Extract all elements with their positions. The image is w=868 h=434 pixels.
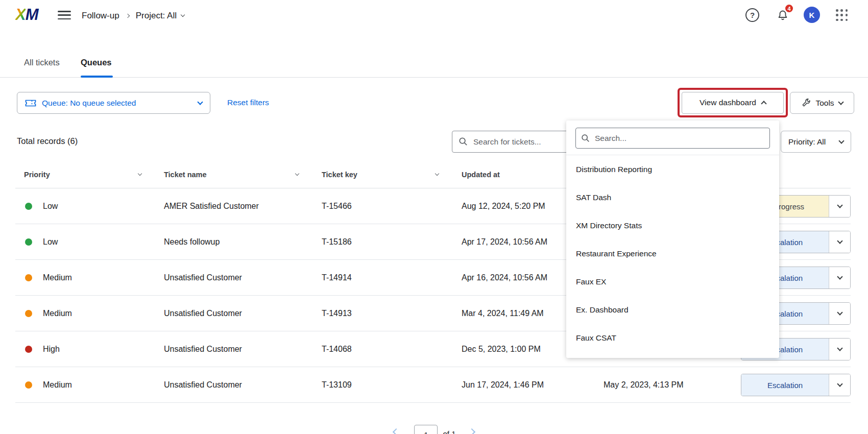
cell-ticket-name: Unsatisfied Customer (164, 331, 242, 367)
cell-updated-at: Dec 5, 2023, 1:00 PM (462, 331, 541, 367)
chevron-down-icon (838, 99, 843, 105)
active-tab-underline (81, 76, 113, 78)
app-switcher-icon[interactable] (836, 9, 848, 21)
cell-ticket-key: T-15186 (322, 224, 352, 260)
breadcrumb-section: Follow-up (82, 11, 119, 21)
chevron-down-icon[interactable] (829, 303, 850, 324)
cell-ticket-key: T-13109 (322, 367, 352, 403)
table-row[interactable]: Medium Unsatisfied Customer T-13109 Jun … (15, 367, 851, 403)
tab-queues[interactable]: Queues (81, 58, 112, 67)
dashboard-search-input[interactable] (595, 134, 764, 143)
cell-ticket-name: Unsatisfied Customer (164, 367, 242, 403)
total-records-label: Total records (6) (17, 136, 78, 146)
priority-dot (25, 381, 32, 389)
cell-ticket-name: Unsatisfied Customer (164, 260, 242, 296)
cell-priority: Medium (43, 367, 72, 403)
chevron-down-icon (197, 99, 203, 105)
cell-ticket-key: T-14068 (322, 331, 352, 367)
column-header-ticket-name[interactable]: Ticket name (164, 171, 299, 179)
page-count-label: of 1 (443, 429, 455, 434)
project-selector[interactable]: Project: All (136, 11, 184, 21)
cell-ticket-name: Unsatisfied Customer (164, 296, 242, 331)
wrench-icon (801, 98, 811, 108)
breadcrumb: Follow-up Project: All (82, 0, 184, 31)
sort-chevron-icon (138, 172, 142, 176)
priority-dot (25, 310, 32, 317)
chevron-right-icon (125, 13, 129, 17)
top-bar: XM Follow-up Project: All ? 4 K (0, 0, 868, 31)
menu-item-dashboard[interactable]: SAT Dash (566, 183, 779, 211)
tools-button[interactable]: Tools (790, 92, 854, 114)
notification-count-badge: 4 (784, 4, 794, 13)
reset-filters-link[interactable]: Reset filters (227, 98, 269, 107)
queue-selector-label: Queue: No queue selected (42, 99, 192, 108)
chevron-down-icon (838, 138, 844, 143)
priority-dot (25, 238, 32, 246)
chevron-down-icon (181, 12, 185, 16)
hamburger-menu-icon[interactable] (58, 11, 71, 22)
menu-item-dashboard[interactable]: Distribution Reporting (566, 155, 779, 183)
cell-priority: Low (43, 224, 58, 260)
search-icon (581, 134, 590, 143)
previous-page-icon[interactable] (393, 428, 400, 434)
cell-updated-at: Mar 4, 2024, 11:49 AM (462, 296, 544, 331)
ticket-icon (25, 99, 36, 107)
menu-item-dashboard[interactable]: Faux EX (566, 268, 779, 296)
help-icon[interactable]: ? (745, 8, 759, 22)
menu-item-dashboard[interactable]: Restaurant Experience (566, 239, 779, 268)
chevron-down-icon[interactable] (829, 231, 850, 253)
chevron-down-icon[interactable] (829, 374, 850, 396)
chevron-down-icon[interactable] (829, 196, 850, 217)
cell-priority: Low (43, 188, 58, 224)
column-header-updated-at[interactable]: Updated at (462, 171, 500, 179)
sort-chevron-icon (435, 172, 439, 176)
dashboard-search-box (575, 128, 770, 149)
menu-item-dashboard[interactable]: XM Directory Stats (566, 211, 779, 239)
priority-dot (25, 274, 32, 281)
cell-ticket-key: T-14914 (322, 260, 352, 296)
tools-label: Tools (815, 99, 834, 108)
cell-ticket-name: Needs followup (164, 224, 220, 260)
cell-ticket-name: AMER Satisfied Customer (164, 188, 259, 224)
pagination: 1 of 1 (0, 425, 868, 434)
status-label: Escalation (741, 374, 829, 396)
sort-chevron-icon (295, 172, 299, 176)
chevron-down-icon[interactable] (829, 339, 850, 360)
priority-filter-dropdown[interactable]: Priority: All (781, 131, 851, 153)
view-dashboard-button[interactable]: View dashboard (682, 92, 784, 114)
cell-priority: Medium (43, 260, 72, 296)
column-header-priority[interactable]: Priority (24, 171, 141, 179)
menu-item-dashboard[interactable]: Ex. Dashboard (566, 296, 779, 324)
app-window: XM Follow-up Project: All ? 4 K All tick… (0, 0, 868, 434)
cell-ticket-key: T-15466 (322, 188, 352, 224)
next-page-icon[interactable] (468, 428, 475, 434)
cell-updated-at: Aug 12, 2024, 5:20 PM (462, 188, 545, 224)
xm-logo: XM (15, 6, 38, 24)
column-header-ticket-key[interactable]: Ticket key (322, 171, 439, 179)
chevron-up-icon (761, 101, 766, 106)
priority-dot (25, 203, 32, 210)
tab-all-tickets[interactable]: All tickets (24, 58, 60, 67)
notifications-bell-icon[interactable]: 4 (777, 9, 789, 21)
user-avatar[interactable]: K (804, 7, 820, 23)
cell-created-at: May 2, 2023, 4:13 PM (604, 367, 684, 403)
cell-updated-at: Apr 16, 2024, 10:56 AM (462, 260, 547, 296)
cell-priority: High (43, 331, 60, 367)
status-dropdown[interactable]: Escalation (741, 374, 851, 396)
queue-selector-dropdown[interactable]: Queue: No queue selected (17, 92, 210, 114)
annotation-highlight-box: View dashboard (678, 88, 788, 117)
cell-priority: Medium (43, 296, 72, 331)
cell-updated-at: Jun 17, 2024, 1:46 PM (462, 367, 544, 403)
view-dashboard-menu: Distribution Reporting SAT Dash XM Direc… (566, 120, 779, 358)
cell-updated-at: Apr 17, 2024, 10:56 AM (462, 224, 547, 260)
view-dashboard-label: View dashboard (700, 98, 756, 107)
chevron-down-icon[interactable] (829, 267, 850, 288)
current-page-box[interactable]: 1 (414, 425, 438, 434)
search-icon (459, 137, 468, 147)
cell-ticket-key: T-14913 (322, 296, 352, 331)
project-selector-label: Project: All (136, 11, 177, 21)
tabs-divider (0, 77, 868, 78)
priority-filter-label: Priority: All (788, 137, 826, 147)
priority-dot (25, 346, 32, 353)
menu-item-dashboard[interactable]: Faux CSAT (566, 324, 779, 352)
